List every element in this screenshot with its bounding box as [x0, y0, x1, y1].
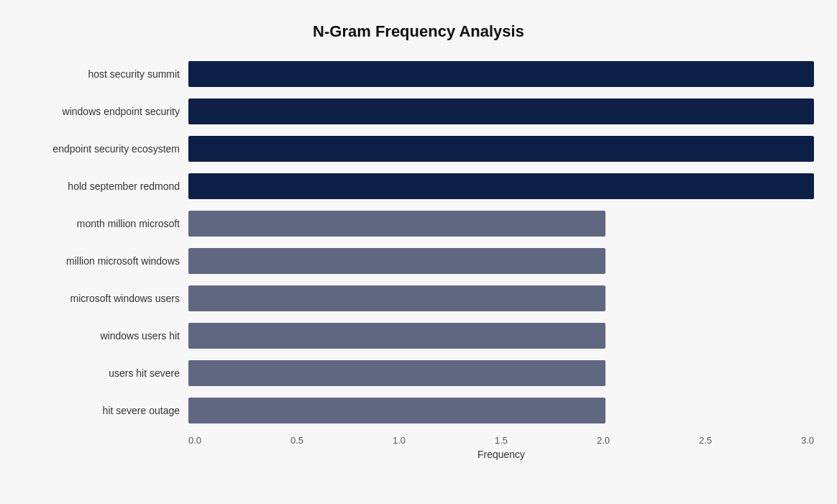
x-axis: 0.00.51.01.52.02.53.0 — [188, 435, 814, 446]
bar-label: windows users hit — [23, 330, 188, 342]
chart-title: N-Gram Frequency Analysis — [23, 22, 814, 41]
table-row: million microsoft windows — [23, 242, 814, 280]
bar-track — [188, 173, 814, 199]
bar-label: host security summit — [23, 68, 188, 80]
bar-fill — [188, 136, 814, 162]
bar-fill — [188, 61, 814, 87]
x-axis-ticks: 0.00.51.01.52.02.53.0 — [188, 435, 814, 446]
bar-fill — [188, 360, 605, 386]
x-tick-label: 1.5 — [495, 435, 508, 446]
bar-fill — [188, 211, 605, 237]
bar-label: windows endpoint security — [23, 106, 188, 117]
bar-fill — [188, 323, 605, 349]
bar-track — [188, 360, 814, 386]
table-row: windows users hit — [23, 317, 814, 354]
bar-track — [188, 285, 814, 311]
chart-area: host security summitwindows endpoint sec… — [23, 55, 814, 429]
x-tick-label: 2.0 — [597, 435, 610, 446]
chart-container: N-Gram Frequency Analysis host security … — [9, 8, 828, 497]
bar-label: hold september redmond — [23, 180, 188, 192]
bar-track — [188, 211, 814, 237]
bar-label: month million microsoft — [23, 218, 188, 229]
x-tick-label: 1.0 — [393, 435, 406, 446]
bar-label: endpoint security ecosystem — [23, 143, 188, 155]
table-row: endpoint security ecosystem — [23, 130, 814, 168]
bar-label: hit severe outage — [23, 405, 188, 416]
bar-track — [188, 248, 814, 274]
bar-track — [188, 398, 814, 423]
bars-wrapper: host security summitwindows endpoint sec… — [23, 55, 814, 429]
x-tick-label: 3.0 — [801, 435, 814, 446]
bar-fill — [188, 98, 814, 124]
x-axis-label: Frequency — [188, 449, 814, 460]
bar-fill — [188, 398, 605, 423]
bar-track — [188, 136, 814, 162]
table-row: microsoft windows users — [23, 280, 814, 317]
bar-label: microsoft windows users — [23, 293, 188, 304]
table-row: hold september redmond — [23, 168, 814, 205]
table-row: windows endpoint security — [23, 93, 814, 130]
bar-track — [188, 323, 814, 349]
table-row: month million microsoft — [23, 205, 814, 242]
x-tick-label: 2.5 — [699, 435, 712, 446]
table-row: users hit severe — [23, 354, 814, 392]
bar-fill — [188, 248, 605, 274]
bar-label: million microsoft windows — [23, 255, 188, 267]
x-tick-label: 0.5 — [291, 435, 303, 446]
bar-label: users hit severe — [23, 367, 188, 379]
bar-fill — [188, 285, 605, 311]
bar-track — [188, 98, 814, 124]
bar-track — [188, 61, 814, 87]
bar-fill — [188, 173, 814, 199]
x-tick-label: 0.0 — [188, 435, 201, 446]
table-row: hit severe outage — [23, 392, 814, 429]
table-row: host security summit — [23, 55, 814, 93]
